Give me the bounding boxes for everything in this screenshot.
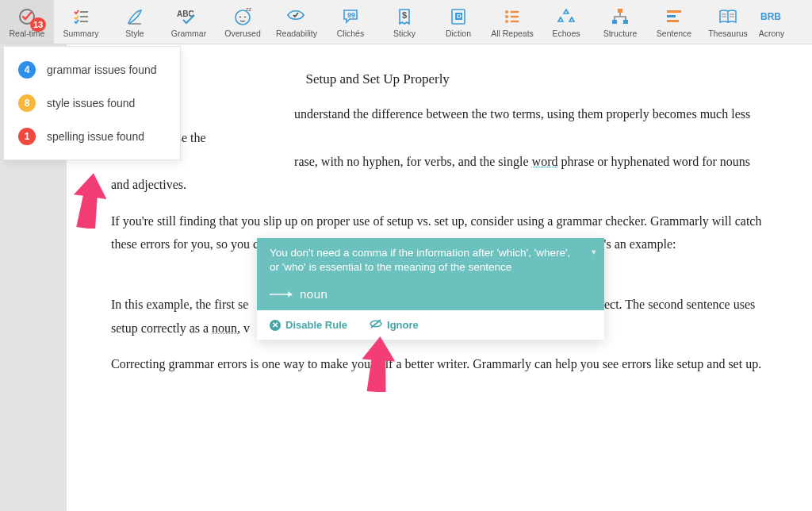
tool-label: Overused	[224, 29, 261, 38]
tool-style[interactable]: Style	[108, 0, 162, 44]
disable-rule-button[interactable]: ✕ Disable Rule	[270, 318, 347, 332]
suggestion-message[interactable]: You don't need a comma if the informatio…	[257, 238, 604, 282]
tool-label: Structure	[603, 29, 638, 38]
svg-point-13	[505, 10, 508, 13]
annotation-arrow-icon	[362, 336, 395, 395]
svg-point-15	[505, 20, 508, 23]
count-badge: 1	[18, 128, 36, 145]
count-badge: 4	[18, 61, 36, 79]
underlined-word[interactable]: word	[532, 155, 558, 168]
close-circle-icon: ✕	[270, 320, 281, 331]
tool-sentence[interactable]: Sentence	[647, 0, 701, 44]
bars-icon	[665, 6, 684, 27]
tool-allrepeats[interactable]: All Repeats	[485, 0, 539, 44]
arrow-right-icon	[270, 294, 292, 295]
tool-cliches[interactable]: 99 Clichés	[324, 0, 377, 44]
eye-check-icon	[286, 6, 307, 27]
tool-label: Sticky	[393, 29, 416, 38]
dropdown-item-grammar[interactable]: 4 grammar issues found	[4, 53, 180, 86]
svg-rect-24	[667, 20, 679, 22]
tool-readability[interactable]: Readability	[270, 0, 324, 44]
dictionary-icon: D	[449, 6, 468, 27]
dropdown-item-label: style issues found	[47, 97, 135, 110]
tool-label: Grammar	[171, 29, 206, 38]
tool-echoes[interactable]: Echoes	[539, 0, 593, 44]
svg-rect-21	[623, 20, 628, 24]
realtime-badge: 13	[30, 17, 46, 32]
tool-structure[interactable]: Structure	[593, 0, 647, 44]
tool-thesaurus[interactable]: Thesaurus	[701, 0, 755, 44]
suggestion-actions: ✕ Disable Rule Ignore	[257, 310, 604, 340]
count-badge: 8	[18, 94, 36, 112]
tool-label: All Repeats	[491, 29, 534, 38]
svg-text:BRB: BRB	[760, 11, 781, 22]
list-icon	[503, 6, 522, 27]
speech-bubble-icon: 99	[341, 6, 360, 27]
hierarchy-icon	[611, 6, 630, 27]
tool-label: Echoes	[552, 29, 580, 38]
dropdown-item-style[interactable]: 8 style issues found	[4, 86, 180, 120]
svg-rect-22	[667, 10, 681, 13]
tool-sticky[interactable]: $ Sticky	[377, 0, 431, 44]
tool-label: Style	[125, 29, 144, 38]
recycle-icon	[557, 6, 576, 27]
svg-text:99: 99	[347, 11, 355, 19]
eye-off-icon	[370, 318, 382, 332]
annotation-arrow-icon	[73, 173, 106, 232]
svg-text:D: D	[457, 13, 462, 20]
brb-icon: BRB	[760, 6, 783, 27]
sleepy-face-icon: zz	[233, 6, 252, 27]
toolbar: Real-time 13 Summary Style ABC Grammar z…	[0, 0, 812, 44]
suggestion-replacement[interactable]: noun	[257, 282, 604, 310]
chevron-down-icon[interactable]: ▾	[592, 246, 596, 258]
tool-acronym[interactable]: BRB Acrony	[755, 0, 788, 44]
dollar-note-icon: $	[395, 6, 414, 27]
svg-text:zz: zz	[246, 7, 252, 12]
tool-label: Sentence	[657, 29, 691, 38]
tool-label: Acrony	[759, 29, 785, 38]
open-book-icon	[718, 6, 738, 27]
realtime-dropdown: 4 grammar issues found 8 style issues fo…	[3, 46, 181, 160]
dropdown-item-label: grammar issues found	[47, 63, 157, 76]
dropdown-item-spelling[interactable]: 1 spelling issue found	[4, 120, 180, 153]
svg-rect-23	[667, 15, 676, 17]
tool-diction[interactable]: D Diction	[431, 0, 485, 44]
tool-label: Thesaurus	[708, 29, 748, 38]
tool-realtime[interactable]: Real-time 13	[0, 0, 54, 44]
checklist-icon	[71, 6, 90, 27]
grammar-suggestion-popover: You don't need a comma if the informatio…	[257, 238, 604, 340]
underlined-word[interactable]: noun,	[212, 321, 240, 335]
tool-label: Clichés	[337, 29, 364, 38]
tool-label: Summary	[63, 29, 99, 38]
tool-summary[interactable]: Summary	[54, 0, 108, 44]
tool-label: Diction	[446, 29, 471, 38]
tool-overused[interactable]: zz Overused	[216, 0, 270, 44]
paragraph: Correcting grammar errors is one way to …	[111, 352, 768, 376]
section-heading: XXXXXXXXXXXXXXXXXXXXSetup and Set Up Pro…	[111, 67, 768, 91]
svg-text:$: $	[402, 10, 407, 20]
ignore-button[interactable]: Ignore	[370, 318, 419, 332]
svg-rect-20	[612, 20, 617, 24]
tool-label: Readability	[276, 29, 317, 38]
paragraph: XXXXXXXXXXXXXXXXXXXXunderstand the diffe…	[111, 102, 768, 196]
svg-point-14	[505, 15, 508, 18]
svg-point-6	[236, 10, 250, 25]
abc-check-icon: ABC	[177, 6, 201, 27]
quill-icon	[125, 6, 144, 27]
svg-rect-19	[618, 9, 622, 13]
tool-grammar[interactable]: ABC Grammar	[162, 0, 216, 44]
dropdown-item-label: spelling issue found	[47, 130, 144, 143]
